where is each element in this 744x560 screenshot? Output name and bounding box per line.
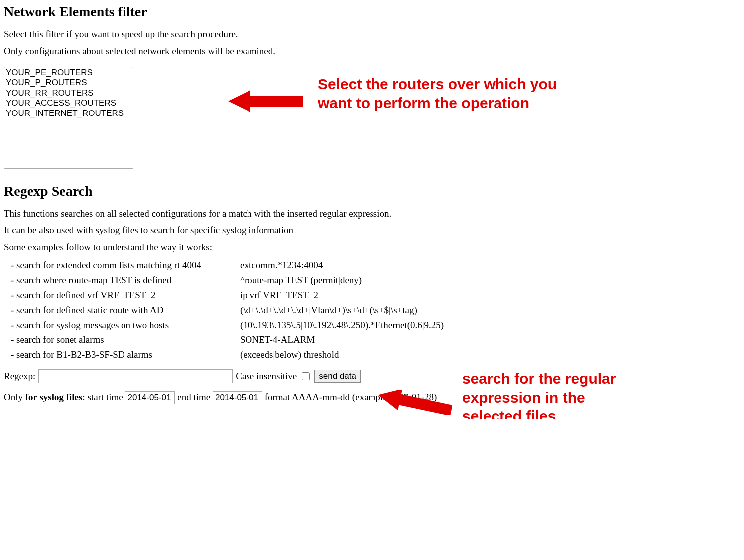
arrow-left-icon <box>228 89 303 116</box>
arrow-left-icon <box>377 390 452 418</box>
annotation-select-routers: Select the routers over which you want t… <box>318 75 577 112</box>
syslog-end-label: end time <box>175 392 212 402</box>
example-row: - search for defined vrf VRF_TEST_2ip vr… <box>11 290 740 301</box>
example-row: - search for defined static route with A… <box>11 305 740 316</box>
regexp-desc-1: This functions searches on all selected … <box>4 208 740 219</box>
network-element-option[interactable]: YOUR_INTERNET_ROUTERS <box>5 109 132 118</box>
example-pattern: (\d+\.\d+\.\d+\.\d+|Vlan\d+)\s+\d+(\s+$|… <box>240 305 417 316</box>
example-row: - search for extended comm lists matchin… <box>11 260 740 271</box>
syslog-row: Only for syslog files: start time end ti… <box>4 391 740 404</box>
example-row: - search where route-map TEST is defined… <box>11 275 740 286</box>
network-element-option[interactable]: YOUR_ACCESS_ROUTERS <box>5 98 132 108</box>
example-pattern: ^route-map TEST (permit|deny) <box>240 275 362 286</box>
regexp-label: Regexp: <box>4 371 35 382</box>
start-time-input[interactable] <box>125 391 175 404</box>
network-element-option[interactable]: YOUR_RR_ROUTERS <box>5 88 132 98</box>
example-description: - search for sonet alarms <box>11 335 240 345</box>
filter-desc-2: Only configurations about selected netwo… <box>4 46 740 57</box>
syslog-bold: for syslog files <box>25 392 83 402</box>
network-elements-select[interactable]: YOUR_PE_ROUTERSYOUR_P_ROUTERSYOUR_RR_ROU… <box>4 67 133 169</box>
regexp-input[interactable] <box>38 369 233 383</box>
example-description: - search for B1-B2-B3-SF-SD alarms <box>11 349 240 360</box>
send-data-button[interactable]: send data <box>314 370 361 383</box>
example-pattern: extcomm.*1234:4004 <box>240 260 323 271</box>
example-description: - search for defined vrf VRF_TEST_2 <box>11 290 240 301</box>
example-pattern: (exceeds|below) threshold <box>240 349 339 360</box>
end-time-input[interactable] <box>213 391 262 404</box>
example-row: - search for B1-B2-B3-SF-SD alarms(excee… <box>11 349 740 360</box>
example-pattern: SONET-4-ALARM <box>240 335 315 345</box>
example-description: - search for extended comm lists matchin… <box>11 260 240 271</box>
example-description: - search for syslog messages on two host… <box>11 320 240 331</box>
filter-desc-1: Select this filter if you want to speed … <box>4 29 740 40</box>
regexp-search-heading: Regexp Search <box>4 183 740 199</box>
example-pattern: (10\.193\.135\.5|10\.192\.48\.250).*Ethe… <box>240 320 444 331</box>
regexp-desc-2: It can be also used with syslog files to… <box>4 225 740 236</box>
network-elements-heading: Network Elements filter <box>4 4 740 20</box>
case-insensitive-checkbox[interactable] <box>302 372 310 380</box>
example-description: - search where route-map TEST is defined <box>11 275 240 286</box>
example-row: - search for sonet alarmsSONET-4-ALARM <box>11 335 740 345</box>
example-pattern: ip vrf VRF_TEST_2 <box>240 290 318 301</box>
example-description: - search for defined static route with A… <box>11 305 240 316</box>
annotation-search-regexp: search for the regular expression in the… <box>462 369 621 419</box>
syslog-start-label: : start time <box>82 392 125 402</box>
example-row: - search for syslog messages on two host… <box>11 320 740 331</box>
svg-marker-1 <box>377 390 452 415</box>
syslog-prefix: Only <box>4 392 25 402</box>
svg-marker-0 <box>228 90 303 112</box>
regexp-desc-3: Some examples follow to understand the w… <box>4 242 740 253</box>
case-insensitive-label: Case insensitive <box>236 371 297 382</box>
network-element-option[interactable]: YOUR_PE_ROUTERS <box>5 68 132 78</box>
network-element-option[interactable]: YOUR_P_ROUTERS <box>5 78 132 88</box>
